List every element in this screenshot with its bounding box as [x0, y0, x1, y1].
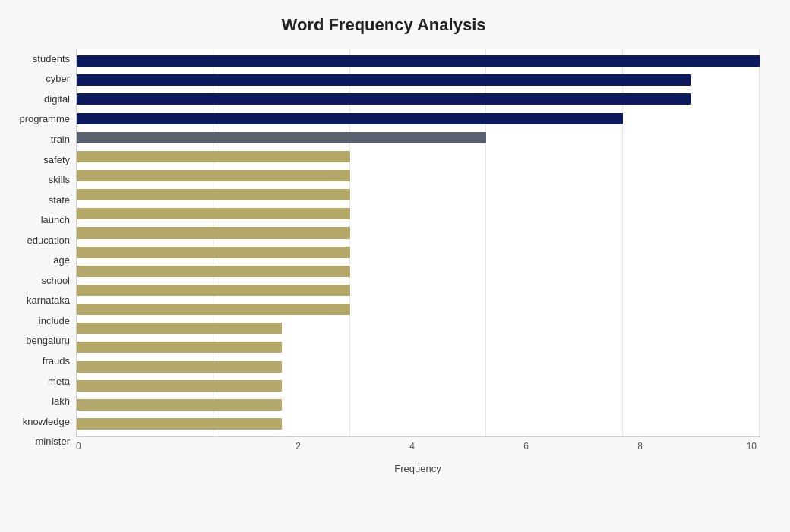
bar-row	[77, 185, 760, 204]
y-label: karnataka	[27, 295, 70, 305]
x-tick: 2	[190, 441, 304, 460]
bar	[77, 55, 760, 67]
bar-row	[77, 243, 760, 262]
bar	[77, 170, 350, 181]
bar	[77, 247, 350, 258]
y-label: bengaluru	[26, 335, 70, 345]
y-label: launch	[41, 215, 70, 225]
y-label: education	[27, 235, 70, 245]
bar-row	[77, 395, 760, 414]
bar	[77, 132, 486, 143]
x-tick: 4	[304, 441, 418, 460]
bar-row	[77, 90, 760, 109]
y-label: students	[33, 54, 70, 64]
bar	[77, 189, 350, 200]
y-label: meta	[48, 376, 70, 386]
bar	[77, 418, 282, 430]
bar	[77, 323, 282, 334]
chart-container: Word Frequency Analysis studentscyberdig…	[0, 0, 790, 532]
bar	[77, 151, 350, 162]
bar-row	[77, 71, 760, 90]
bar-row	[77, 147, 760, 166]
x-axis: 0246810	[76, 437, 760, 460]
bar	[77, 285, 350, 296]
y-label: digital	[44, 94, 70, 104]
y-labels: studentscyberdigitalprogrammetrainsafety…	[8, 49, 76, 474]
y-label: skills	[49, 175, 70, 184]
y-label: school	[41, 275, 70, 285]
x-tick: 0	[76, 441, 190, 460]
bar-row	[77, 338, 760, 357]
bar	[77, 74, 691, 86]
bar-row	[77, 204, 760, 223]
x-tick: 6	[418, 441, 532, 460]
x-tick: 8	[532, 441, 646, 460]
y-label: train	[51, 134, 70, 144]
bar-row	[77, 281, 760, 300]
bar-row	[77, 262, 760, 281]
chart-area: studentscyberdigitalprogrammetrainsafety…	[8, 49, 760, 474]
x-tick: 10	[646, 441, 760, 460]
bar-row	[77, 414, 760, 433]
bar	[77, 342, 282, 353]
y-label: cyber	[46, 74, 70, 83]
y-label: lakh	[52, 396, 70, 406]
bar	[77, 361, 282, 373]
bar-row	[77, 52, 760, 71]
x-axis-label: Frequency	[76, 463, 760, 474]
y-label: programme	[20, 114, 70, 124]
bar-row	[77, 357, 760, 376]
bar-row	[77, 319, 760, 338]
bar	[77, 266, 350, 277]
y-label: frauds	[43, 356, 70, 366]
y-label: knowledge	[23, 417, 70, 427]
bar-row	[77, 300, 760, 319]
y-label: state	[49, 195, 70, 205]
bar-row	[77, 128, 760, 147]
bar	[77, 93, 691, 105]
y-label: age	[53, 255, 70, 265]
bar	[77, 380, 282, 392]
y-label: safety	[43, 155, 70, 165]
bar	[77, 227, 350, 238]
chart-title: Word Frequency Analysis	[8, 15, 760, 35]
bars-and-xaxis: 0246810 Frequency	[76, 49, 760, 474]
bar	[77, 399, 282, 411]
y-label: minister	[35, 436, 70, 446]
bar	[77, 208, 350, 219]
bar	[77, 113, 623, 124]
bar-row	[77, 166, 760, 185]
bar-row	[77, 109, 760, 127]
bar-row	[77, 376, 760, 395]
bars-list	[77, 49, 760, 436]
bars-area	[76, 49, 760, 437]
bar-row	[77, 223, 760, 242]
y-label: include	[39, 316, 70, 326]
bar	[77, 304, 350, 315]
